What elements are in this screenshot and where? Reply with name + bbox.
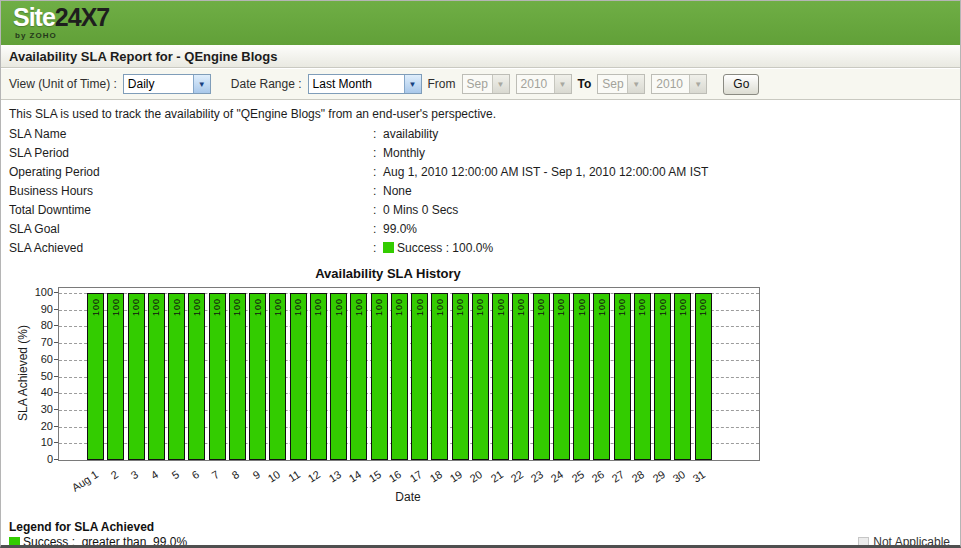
y-tick-mark [54,392,58,393]
success-swatch [383,242,394,253]
date-range-select[interactable]: Last Month ▼ [308,74,422,94]
legend-success-row: Success : greater than 99.0% [9,535,187,548]
not-applicable-label: Not Applicable [873,535,950,548]
y-tick-label: 20 [15,420,53,432]
go-button[interactable]: Go [723,74,759,95]
bar [229,293,246,460]
bar-value-label: 100 [111,298,121,316]
y-tick-label: 100 [15,286,53,298]
bar-value-label: 100 [658,298,668,316]
bar [411,293,428,460]
bar [472,293,489,460]
bar [533,293,550,460]
from-label: From [428,77,456,91]
bar-value-label: 100 [293,298,303,316]
site24x7-logo: Site24X7 [13,4,109,30]
y-tick-mark [54,442,58,443]
y-tick-mark [54,309,58,310]
bar-value-label: 100 [374,298,384,316]
date-range-label: Date Range : [231,77,302,91]
bar [310,293,327,460]
to-month-select[interactable]: Sep ▼ [597,74,645,94]
bar-value-label: 100 [415,298,425,316]
page-title: Availability SLA Report for - QEngine Bl… [9,49,277,64]
bar-value-label: 100 [91,298,101,316]
detail-value: Monthly [383,146,425,160]
detail-row-sla-goal: SLA Goal : 99.0% [9,219,952,238]
y-tick-label: 70 [15,336,53,348]
y-tick-label: 90 [15,303,53,315]
from-month-value: Sep [463,75,492,93]
detail-value: availability [383,127,438,141]
bar-value-label: 100 [455,298,465,316]
from-year-value: 2010 [517,75,554,93]
report-title-bar: Availability SLA Report for - QEngine Bl… [1,45,960,68]
availability-chart: Availability SLA History SLA Achieved (%… [3,259,803,515]
detail-label: SLA Achieved [9,241,373,255]
detail-colon: : [373,241,383,255]
bar [107,293,124,460]
bar-value-label: 100 [577,298,587,316]
y-tick-label: 30 [15,403,53,415]
bar [188,293,205,460]
bar-value-label: 100 [516,298,526,316]
detail-value: None [383,184,412,198]
plot-area: 1001001001001001001001001001001001001001… [58,287,760,461]
legend-success-label: Success : greater than 99.0% [23,535,187,548]
zoho-byline: by ZOHO [15,31,57,40]
bar [391,293,408,460]
report-controls: View (Unit of Time) : Daily ▼ Date Range… [1,69,960,100]
bar [148,293,165,460]
bar [269,293,286,460]
from-year-select[interactable]: 2010 ▼ [516,74,572,94]
sla-report-page: Site24X7 by ZOHO Availability SLA Report… [0,0,961,548]
app-header: Site24X7 by ZOHO [1,1,960,45]
detail-colon: : [373,127,383,141]
to-year-value: 2010 [652,75,689,93]
from-month-select[interactable]: Sep ▼ [462,74,510,94]
to-year-select[interactable]: 2010 ▼ [651,74,707,94]
detail-value: 99.0% [383,222,417,236]
detail-label: SLA Goal [9,222,373,236]
y-tick-mark [54,359,58,360]
chevron-down-icon: ▼ [689,75,706,93]
bar [614,293,631,460]
bar-value-label: 100 [536,298,546,316]
detail-colon: : [373,203,383,217]
y-tick-label: 60 [15,353,53,365]
bar-value-label: 100 [334,298,344,316]
y-tick-label: 50 [15,370,53,382]
detail-row-total-downtime: Total Downtime : 0 Mins 0 Secs [9,200,952,219]
bar-value-label: 100 [212,298,222,316]
bar-value-label: 100 [313,298,323,316]
y-tick-label: 10 [15,436,53,448]
sla-description: This SLA is used to track the availabili… [9,107,496,121]
detail-row-sla-period: SLA Period : Monthly [9,143,952,162]
bar-value-label: 100 [678,298,688,316]
view-select[interactable]: Daily ▼ [123,74,211,94]
bar-value-label: 100 [151,298,161,316]
chevron-down-icon: ▼ [193,75,210,93]
bar [350,293,367,460]
y-tick-mark [54,342,58,343]
bar [492,293,509,460]
sla-details: SLA Name : availability SLA Period : Mon… [9,124,952,257]
bar [695,293,712,460]
bar [634,293,651,460]
y-tick-label: 0 [15,453,53,465]
bar [249,293,266,460]
detail-row-business-hours: Business Hours : None [9,181,952,200]
bar-value-label: 100 [394,298,404,316]
detail-value: Success : 100.0% [383,241,493,255]
bar-value-label: 100 [131,298,141,316]
bar-value-label: 100 [556,298,566,316]
bar-value-label: 100 [273,298,283,316]
sla-achieved-text: Success : 100.0% [397,241,493,255]
detail-colon: : [373,184,383,198]
bar [128,293,145,460]
to-month-value: Sep [598,75,627,93]
detail-row-operating-period: Operating Period : Aug 1, 2010 12:00:00 … [9,162,952,181]
detail-colon: : [373,222,383,236]
bar [573,293,590,460]
bar [431,293,448,460]
